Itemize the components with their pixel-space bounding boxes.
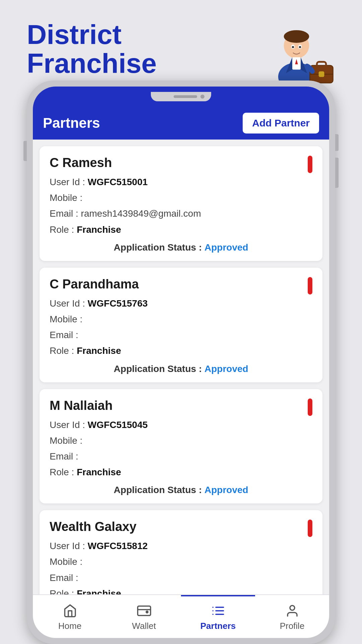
bottom-nav: Home Wallet (33, 594, 329, 638)
svg-point-17 (146, 611, 148, 612)
notch-bar (174, 95, 197, 98)
svg-point-9 (292, 46, 294, 48)
partner-userid-3: User Id : WGFC515812 (50, 539, 312, 552)
menu-dot-2[interactable] (308, 398, 312, 416)
phone-side-right-bot (335, 158, 339, 188)
franchise-illustration (265, 17, 335, 87)
phone-frame: Partners Add Partner C Ramesh User Id : … (27, 80, 335, 644)
partner-role-3: Role : Franchise (50, 587, 312, 594)
partner-name-3: Wealth Galaxy (50, 520, 312, 534)
partner-email-2: Email : (50, 450, 312, 463)
partners-icon (211, 603, 226, 618)
phone-notch (151, 92, 211, 101)
app-header: Partners Add Partner (33, 107, 329, 140)
partner-email-0: Email : ramesh1439849@gmail.com (50, 207, 312, 220)
partner-card-1: C Parandhama User Id : WGFC515763 Mobile… (40, 268, 322, 382)
nav-label-wallet: Wallet (132, 621, 156, 631)
nav-label-profile: Profile (280, 621, 305, 631)
svg-rect-13 (317, 62, 326, 67)
nav-label-home: Home (58, 621, 81, 631)
phone-inner: Partners Add Partner C Ramesh User Id : … (33, 87, 329, 638)
partner-userid-2: User Id : WGFC515045 (50, 418, 312, 431)
partner-card-0: C Ramesh User Id : WGFC515001 Mobile : E… (40, 146, 322, 261)
profile-icon (285, 603, 300, 618)
partner-email-1: Email : (50, 328, 312, 341)
partner-card-3: Wealth Galaxy User Id : WGFC515812 Mobil… (40, 510, 322, 594)
svg-point-24 (290, 605, 295, 610)
page-title: District Franchise (27, 20, 157, 78)
phone-side-right-top (335, 134, 339, 151)
partner-role-2: Role : Franchise (50, 466, 312, 479)
partner-mobile-1: Mobile : (50, 313, 312, 326)
partner-name-2: M Nallaiah (50, 398, 312, 413)
notch-dot (200, 95, 204, 99)
partner-status-1: Application Status : Approved (50, 364, 312, 374)
partner-status-0: Application Status : Approved (50, 242, 312, 253)
partner-email-3: Email : (50, 571, 312, 584)
partner-role-0: Role : Franchise (50, 223, 312, 236)
svg-point-10 (299, 46, 301, 48)
svg-rect-16 (137, 606, 150, 615)
menu-dot-1[interactable] (308, 277, 312, 294)
phone-side-left (23, 141, 27, 161)
nav-item-wallet[interactable]: Wallet (107, 595, 181, 638)
home-icon (63, 603, 77, 618)
header-section: District Franchise (27, 20, 335, 87)
add-partner-button[interactable]: Add Partner (243, 113, 319, 133)
partner-userid-0: User Id : WGFC515001 (50, 175, 312, 189)
wallet-icon (137, 603, 152, 618)
nav-label-partners: Partners (200, 621, 236, 631)
nav-item-partners[interactable]: Partners (181, 595, 255, 638)
partner-role-1: Role : Franchise (50, 344, 312, 357)
partner-card-2: M Nallaiah User Id : WGFC515045 Mobile :… (40, 389, 322, 504)
app-header-title: Partners (43, 115, 100, 131)
svg-rect-15 (319, 71, 324, 77)
partner-name-1: C Parandhama (50, 277, 312, 291)
partner-name-0: C Ramesh (50, 156, 312, 170)
partner-userid-1: User Id : WGFC515763 (50, 297, 312, 310)
partners-list: C Ramesh User Id : WGFC515001 Mobile : E… (33, 140, 329, 594)
partner-status-2: Application Status : Approved (50, 485, 312, 495)
partner-mobile-3: Mobile : (50, 555, 312, 568)
nav-item-profile[interactable]: Profile (255, 595, 329, 638)
phone-notch-bar (33, 87, 329, 107)
menu-dot-3[interactable] (308, 520, 312, 537)
svg-point-2 (284, 30, 309, 43)
nav-item-home[interactable]: Home (33, 595, 107, 638)
partner-mobile-0: Mobile : (50, 191, 312, 204)
menu-dot-0[interactable] (308, 156, 312, 173)
partner-mobile-2: Mobile : (50, 434, 312, 447)
